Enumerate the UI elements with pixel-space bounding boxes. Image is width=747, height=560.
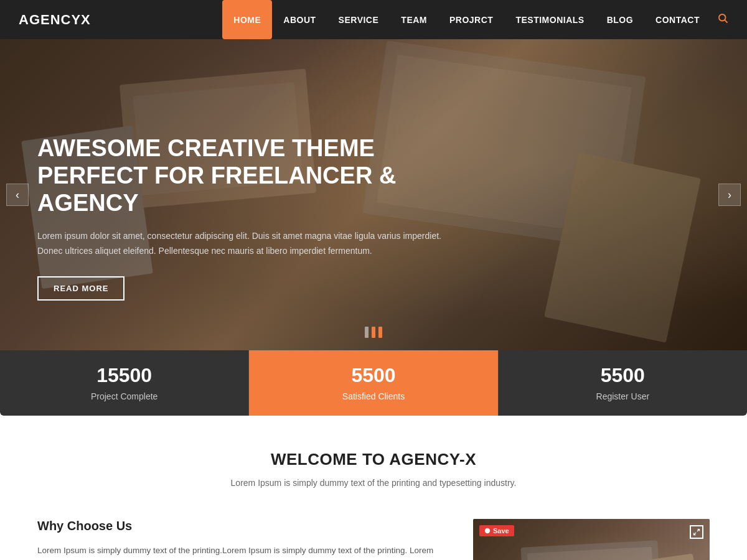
svg-point-0 xyxy=(719,14,726,21)
slider-dots xyxy=(365,327,382,338)
nav-item-service[interactable]: SERVICE xyxy=(327,0,390,39)
navbar: AGENCYX HOME ABOUT SERVICE TEAM PROJRCT … xyxy=(0,0,747,39)
nav-link-team[interactable]: TEAM xyxy=(390,0,438,39)
stat-label-clients: Satisfied Clients xyxy=(342,391,405,401)
why-text-block: Why Choose Us Lorem Ipsum is simply dumm… xyxy=(37,519,448,560)
svg-line-1 xyxy=(725,20,727,22)
why-title: Why Choose Us xyxy=(37,519,448,533)
save-badge[interactable]: Save xyxy=(479,525,514,536)
welcome-section: WELCOME TO AGENCY-X Lorem Ipsum is simpl… xyxy=(0,416,747,506)
nav-item-contact[interactable]: CONTACT xyxy=(644,0,711,39)
stat-register-user: 5500 Register User xyxy=(499,350,747,416)
why-image: Save xyxy=(473,519,710,560)
hero-content: AWESOME CREATIVE THEME PERFECT FOR FREEL… xyxy=(37,135,710,301)
svg-point-13 xyxy=(485,528,490,533)
nav-link-service[interactable]: SERVICE xyxy=(327,0,390,39)
nav-links: HOME ABOUT SERVICE TEAM PROJRCT TESTIMON… xyxy=(222,0,711,39)
stat-label-projects: Project Complete xyxy=(91,391,157,401)
welcome-title: WELCOME TO AGENCY-X xyxy=(37,450,710,469)
nav-link-about[interactable]: ABOUT xyxy=(272,0,327,39)
hero-description: Lorem ipsum dolor sit amet, consectetur … xyxy=(37,229,473,259)
stat-satisfied-clients: 5500 Satisfied Clients xyxy=(249,350,498,416)
slider-dot-1[interactable] xyxy=(365,327,369,338)
hero-next-arrow[interactable]: › xyxy=(718,184,741,206)
stat-label-users: Register User xyxy=(596,391,650,401)
slider-dot-3[interactable] xyxy=(378,327,382,338)
why-choose-section: Why Choose Us Lorem Ipsum is simply dumm… xyxy=(0,506,747,560)
stat-project-complete: 15500 Project Complete xyxy=(0,350,249,416)
nav-item-blog[interactable]: BLOG xyxy=(596,0,644,39)
search-icon[interactable] xyxy=(717,12,728,27)
nav-item-project[interactable]: PROJRCT xyxy=(438,0,504,39)
nav-link-blog[interactable]: BLOG xyxy=(596,0,644,39)
brand-logo: AGENCYX xyxy=(19,12,91,28)
nav-item-about[interactable]: ABOUT xyxy=(272,0,327,39)
stat-number-projects: 15500 xyxy=(12,364,236,387)
stats-bar: 15500 Project Complete 5500 Satisfied Cl… xyxy=(0,350,747,416)
nav-item-home[interactable]: HOME xyxy=(222,0,272,39)
nav-item-team[interactable]: TEAM xyxy=(390,0,438,39)
hero-cta-button[interactable]: READ MORE xyxy=(37,276,125,301)
stat-number-clients: 5500 xyxy=(261,364,485,387)
hero-prev-arrow[interactable]: ‹ xyxy=(6,184,29,206)
nav-link-contact[interactable]: CONTACT xyxy=(644,0,711,39)
nav-link-testimonials[interactable]: TESTIMONIALS xyxy=(504,0,595,39)
hero-section: AWESOME CREATIVE THEME PERFECT FOR FREEL… xyxy=(0,39,747,350)
nav-item-testimonials[interactable]: TESTIMONIALS xyxy=(504,0,595,39)
nav-link-project[interactable]: PROJRCT xyxy=(438,0,504,39)
why-body-1: Lorem Ipsum is simply dummy text of the … xyxy=(37,543,448,560)
hero-title: AWESOME CREATIVE THEME PERFECT FOR FREEL… xyxy=(37,135,442,217)
slider-dot-2[interactable] xyxy=(372,327,375,338)
stat-number-users: 5500 xyxy=(511,364,735,387)
nav-link-home[interactable]: HOME xyxy=(222,0,272,39)
welcome-description: Lorem Ipsum is simply dummy text of the … xyxy=(37,478,710,488)
fullscreen-icon[interactable] xyxy=(690,525,703,539)
